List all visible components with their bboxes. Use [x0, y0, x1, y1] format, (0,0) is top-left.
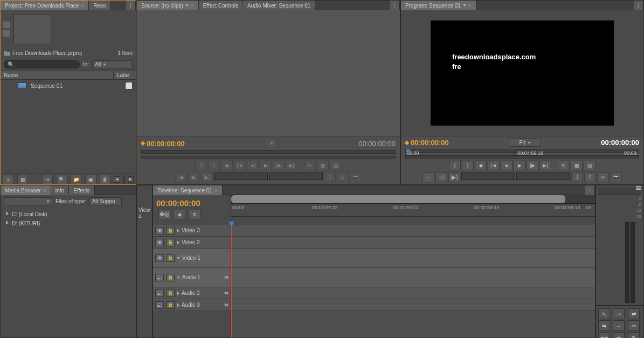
safe-margins-button[interactable]: ▦	[571, 161, 583, 170]
step-fwd-button[interactable]: |▶	[273, 161, 285, 170]
track-header-a3[interactable]: 🔒 Audio 3 ⋈	[153, 299, 231, 311]
expand-icon[interactable]	[177, 240, 179, 245]
panel-menu-button[interactable]	[126, 1, 136, 10]
step-fwd-button[interactable]: |▶	[527, 161, 538, 170]
lift-button[interactable]: ⤴	[571, 173, 583, 182]
jog-wheel[interactable]	[461, 173, 515, 180]
lock-icon[interactable]: 🔒	[166, 289, 175, 297]
expand-icon[interactable]	[6, 211, 9, 216]
close-icon[interactable]: ×	[81, 3, 84, 9]
close-icon[interactable]: ×	[214, 188, 218, 194]
source-ruler[interactable]	[141, 150, 396, 154]
col-label[interactable]: Labe	[114, 71, 134, 79]
play-button[interactable]: ▶	[514, 161, 525, 170]
collapse-icon[interactable]	[177, 277, 180, 279]
chevron-down-icon[interactable]	[185, 4, 189, 6]
automate-button[interactable]: ⇥	[42, 175, 53, 184]
close-icon[interactable]: ×	[191, 3, 194, 9]
playhead-indicator[interactable]	[406, 149, 410, 153]
shuttle[interactable]	[516, 173, 570, 180]
tab-project[interactable]: Project: Free Downloads Place ×	[1, 1, 89, 10]
col-name[interactable]: Name	[1, 71, 114, 79]
tab-program[interactable]: Program: Sequence 01 ×	[401, 1, 476, 10]
play-in-out[interactable]: {▶}	[448, 173, 460, 182]
loop-button[interactable]: ↻	[558, 161, 570, 170]
play-in-out[interactable]: {▶}	[201, 173, 213, 182]
expand-icon[interactable]	[177, 229, 179, 233]
rolling-tool[interactable]: ⇋	[598, 320, 610, 331]
track-lane-v3[interactable]	[231, 225, 595, 237]
pen-tool[interactable]: ✎	[628, 332, 640, 338]
track-header-v3[interactable]: 🔒 Video 3	[153, 225, 231, 237]
preview-next-icon[interactable]	[3, 30, 10, 37]
zoom-handle[interactable]	[231, 195, 565, 203]
track-select-tool[interactable]: ⇢	[613, 308, 625, 319]
tab-media-browser[interactable]: Media Browser ×	[1, 185, 51, 195]
zoom-bar[interactable]	[231, 195, 595, 204]
source-tc-left[interactable]: 00:00:00:00	[147, 140, 185, 148]
bin-item-sequence01[interactable]: Sequence 01	[1, 80, 136, 92]
track-header-a1[interactable]: 🔒 Audio 1 ⋈	[153, 268, 231, 287]
new-item-button[interactable]: ▣	[85, 175, 96, 184]
jog-wheel[interactable]	[214, 173, 268, 180]
export-frame-button[interactable]: 📷	[610, 173, 622, 182]
track-lane-a1[interactable]	[231, 268, 595, 287]
tab-resource[interactable]: Reso	[89, 1, 110, 10]
output-button[interactable]: ▤	[330, 161, 342, 170]
slip-tool[interactable]: ⟷	[598, 332, 610, 338]
settings-button[interactable]: ⚙	[189, 210, 200, 219]
drive-item-d[interactable]: D: (KITURI)	[3, 219, 134, 228]
scroll-left-icon[interactable]: ◄	[114, 176, 120, 183]
step-back-button[interactable]: ◄|	[247, 161, 259, 170]
search-input[interactable]	[4, 60, 80, 68]
goto-next-edit[interactable]: →|	[435, 173, 447, 182]
ripple-tool[interactable]: ⇄	[628, 308, 640, 319]
speaker-icon[interactable]	[155, 301, 164, 309]
overwrite-button[interactable]: ⤓	[337, 173, 349, 182]
goto-in-button[interactable]: |◄	[488, 161, 500, 170]
collapse-icon[interactable]	[177, 257, 180, 259]
nav-dropdown[interactable]	[4, 197, 52, 205]
track-header-v2[interactable]: 🔒 Video 2	[153, 237, 231, 249]
timeline-playhead[interactable]	[231, 225, 232, 337]
tab-info[interactable]: Info	[51, 185, 70, 195]
timeline-playhead-tc[interactable]: 00:00:00:00	[156, 198, 200, 208]
eye-icon[interactable]	[155, 254, 164, 262]
icon-view-button[interactable]: ▦	[17, 175, 29, 184]
chevron-down-icon[interactable]	[463, 4, 466, 6]
insert-button[interactable]: ⤵	[324, 173, 336, 182]
lock-icon[interactable]: 🔒	[166, 274, 175, 281]
preview-prev-icon[interactable]	[3, 22, 10, 28]
goto-out-button[interactable]: ▶|	[286, 161, 297, 170]
goto-next-marker[interactable]: ◆|	[188, 173, 200, 182]
track-header-a2[interactable]: 🔒 Audio 2 ⋈	[153, 287, 231, 299]
eye-icon[interactable]	[155, 239, 164, 246]
track-header-v1[interactable]: 🔒 Video 1	[153, 249, 231, 268]
list-view-button[interactable]: ≡	[3, 175, 14, 184]
timeline-ruler[interactable]: 00:00 00:00:59:22 00:01:59:21 00:02:59:1…	[231, 204, 595, 217]
track-lane-a3[interactable]	[231, 299, 595, 311]
mark-in-button[interactable]: {	[449, 161, 461, 170]
tab-timeline[interactable]: Timeline: Sequence 01 ×	[153, 185, 223, 195]
loop-button[interactable]: ↻	[304, 161, 316, 170]
track-lane-v1[interactable]	[231, 249, 595, 268]
panel-menu-button[interactable]	[585, 185, 595, 195]
drive-item-c[interactable]: C: (Local Disk)	[3, 210, 134, 219]
set-marker-button[interactable]: ◆	[221, 161, 233, 170]
goto-out-button[interactable]: ▶|	[539, 161, 551, 170]
tab-effects[interactable]: Effects	[69, 185, 94, 195]
mark-in-button[interactable]: {	[195, 161, 207, 170]
lock-icon[interactable]: 🔒	[166, 239, 175, 246]
eye-icon[interactable]	[155, 227, 164, 234]
scrollbar-h[interactable]	[123, 176, 124, 183]
track-lane-a2[interactable]	[231, 287, 595, 299]
panel-menu-button[interactable]	[390, 1, 400, 10]
snap-button[interactable]: �磁	[158, 210, 170, 219]
play-button[interactable]: ▶	[260, 161, 272, 170]
source-scrubber[interactable]	[141, 156, 396, 158]
selection-tool[interactable]: ↖	[598, 308, 610, 319]
track-lane-v2[interactable]	[231, 237, 595, 249]
tracks-area[interactable]	[231, 225, 595, 337]
goto-in-button[interactable]: |◄	[234, 161, 246, 170]
zoom-dropdown[interactable]: ▾	[266, 139, 278, 148]
